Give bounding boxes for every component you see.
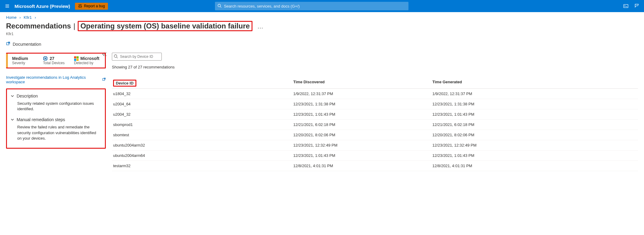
report-bug-button[interactable]: Report a bug bbox=[75, 3, 108, 10]
cell-device-id: u2004_32 bbox=[112, 112, 293, 117]
cell-device-id: u1804_32 bbox=[112, 91, 293, 96]
cell-time-discovered: 1/9/2022, 12:31:37 PM bbox=[293, 91, 432, 96]
details-box: Description Security related system conf… bbox=[6, 88, 106, 149]
table-row[interactable]: ubuntu2004arm3212/23/2021, 12:32:49 PM12… bbox=[112, 140, 638, 151]
description-title: Description bbox=[17, 94, 38, 98]
cell-time-generated: 12/23/2021, 1:31:38 PM bbox=[432, 102, 638, 106]
table-row[interactable]: sbomprod112/21/2021, 6:02:18 PM12/21/202… bbox=[112, 120, 638, 130]
investigate-link[interactable]: Investigate recommendations in Log Analy… bbox=[6, 75, 106, 84]
cell-time-discovered: 12/23/2021, 1:31:38 PM bbox=[293, 102, 432, 106]
description-body: Security related system configuration is… bbox=[17, 101, 101, 112]
feedback-icon[interactable] bbox=[633, 2, 640, 10]
detected-value: Microsoft bbox=[80, 56, 99, 61]
search-icon bbox=[114, 54, 118, 59]
cloud-shell-icon[interactable] bbox=[622, 2, 629, 10]
title-separator: | bbox=[73, 22, 75, 30]
hamburger-menu-icon[interactable] bbox=[2, 1, 12, 11]
documentation-link[interactable]: Documentation bbox=[6, 41, 41, 47]
severity-value: Medium bbox=[12, 56, 40, 61]
external-link-icon bbox=[6, 41, 10, 47]
cell-time-generated: 12/21/2021, 6:02:18 PM bbox=[432, 122, 638, 127]
chip-icon bbox=[43, 56, 48, 61]
svg-rect-5 bbox=[45, 58, 46, 59]
cell-device-id: ubuntu2004arm32 bbox=[112, 143, 293, 147]
remediation-body: Review the failed rules and remediate th… bbox=[17, 124, 101, 141]
bug-icon bbox=[78, 4, 82, 9]
cell-device-id: testarm32 bbox=[112, 164, 293, 168]
table-row[interactable]: u2004_6412/23/2021, 1:31:38 PM12/23/2021… bbox=[112, 99, 638, 109]
cell-time-discovered: 12/8/2021, 4:01:31 PM bbox=[293, 164, 432, 168]
svg-point-7 bbox=[114, 55, 117, 58]
topbar: Microsoft Azure (Preview) Report a bug bbox=[0, 0, 644, 12]
brand-label[interactable]: Microsoft Azure (Preview) bbox=[15, 4, 70, 9]
chevron-down-icon bbox=[11, 118, 14, 121]
documentation-label: Documentation bbox=[13, 42, 41, 47]
cell-time-discovered: 12/21/2021, 6:02:18 PM bbox=[293, 122, 432, 127]
severity-label: Severity bbox=[12, 61, 40, 65]
cell-time-generated: 12/20/2021, 8:02:06 PM bbox=[432, 133, 638, 137]
cell-device-id: ubuntu2004arm64 bbox=[112, 153, 293, 158]
breadcrumb: Home › Kfir1 › bbox=[6, 13, 638, 21]
remediation-header[interactable]: Manual remediation steps bbox=[11, 117, 101, 122]
table-row[interactable]: u2004_3212/23/2021, 1:01:43 PM12/23/2021… bbox=[112, 109, 638, 120]
more-actions-button[interactable]: … bbox=[255, 23, 263, 30]
page-title: Operating system (OS) baseline validatio… bbox=[78, 21, 252, 31]
table-row[interactable]: u1804_321/9/2022, 12:31:37 PM1/9/2022, 1… bbox=[112, 89, 638, 99]
grid-header: Device ID Time Discovered Time Generated bbox=[112, 78, 638, 89]
page-title-prefix: Recommendations bbox=[6, 22, 71, 30]
chevron-down-icon bbox=[11, 94, 14, 98]
investigate-label: Investigate recommendations in Log Analy… bbox=[6, 75, 101, 84]
chevron-right-icon: › bbox=[19, 15, 21, 20]
cell-time-discovered: 12/23/2021, 12:32:49 PM bbox=[293, 143, 432, 147]
cell-time-generated: 12/8/2021, 4:01:31 PM bbox=[432, 164, 638, 168]
cell-time-discovered: 12/23/2021, 1:01:43 PM bbox=[293, 153, 432, 158]
stats-card: Medium Severity 27 Total Devices Microso… bbox=[6, 53, 106, 68]
cell-device-id: sbomtest bbox=[112, 133, 293, 137]
cell-time-generated: 1/9/2022, 12:31:37 PM bbox=[432, 91, 638, 96]
showing-count: Showing 27 of 27 recommendations bbox=[112, 65, 638, 69]
table-row[interactable]: sbomtest12/20/2021, 8:02:06 PM12/20/2021… bbox=[112, 130, 638, 140]
svg-point-0 bbox=[79, 5, 81, 7]
recommendations-grid: Device ID Time Discovered Time Generated… bbox=[112, 78, 638, 171]
left-pane: Medium Severity 27 Total Devices Microso… bbox=[6, 53, 106, 171]
description-header[interactable]: Description bbox=[11, 94, 101, 98]
cell-time-discovered: 12/20/2021, 8:02:06 PM bbox=[293, 133, 432, 137]
svg-point-1 bbox=[218, 4, 220, 7]
column-time-generated[interactable]: Time Generated bbox=[432, 80, 638, 87]
breadcrumb-item[interactable]: Kfir1 bbox=[24, 15, 32, 20]
cell-device-id: u2004_64 bbox=[112, 102, 293, 106]
devices-value: 27 bbox=[50, 56, 54, 61]
search-icon bbox=[217, 4, 222, 9]
global-search[interactable] bbox=[215, 2, 408, 10]
cell-time-discovered: 12/23/2021, 1:01:43 PM bbox=[293, 112, 432, 117]
device-filter-input[interactable] bbox=[112, 53, 162, 61]
external-link-icon bbox=[102, 78, 106, 82]
global-search-input[interactable] bbox=[215, 2, 408, 10]
remediation-title: Manual remediation steps bbox=[17, 117, 65, 122]
column-device-id[interactable]: Device ID bbox=[113, 80, 136, 87]
table-row[interactable]: ubuntu2004arm6412/23/2021, 1:01:43 PM12/… bbox=[112, 151, 638, 161]
chevron-right-icon: › bbox=[35, 15, 36, 20]
device-filter[interactable] bbox=[112, 53, 162, 61]
report-bug-label: Report a bug bbox=[84, 4, 105, 8]
cell-time-generated: 12/23/2021, 1:01:43 PM bbox=[432, 153, 638, 158]
cell-time-generated: 12/23/2021, 12:32:49 PM bbox=[432, 143, 638, 147]
svg-rect-2 bbox=[624, 5, 628, 8]
breadcrumb-home[interactable]: Home bbox=[6, 15, 17, 20]
table-row[interactable]: testarm3212/8/2021, 4:01:31 PM12/8/2021,… bbox=[112, 161, 638, 171]
cell-device-id: sbomprod1 bbox=[112, 122, 293, 127]
microsoft-logo-icon bbox=[74, 56, 79, 61]
detected-label: Detected by bbox=[74, 61, 102, 65]
cell-time-generated: 12/23/2021, 1:01:43 PM bbox=[432, 112, 638, 117]
column-time-discovered[interactable]: Time Discovered bbox=[293, 80, 432, 87]
page-subtitle: Kfir1 bbox=[6, 32, 638, 36]
devices-label: Total Devices bbox=[43, 61, 71, 65]
right-pane: Showing 27 of 27 recommendations Device … bbox=[106, 53, 638, 171]
severity-bar-icon bbox=[6, 54, 8, 68]
